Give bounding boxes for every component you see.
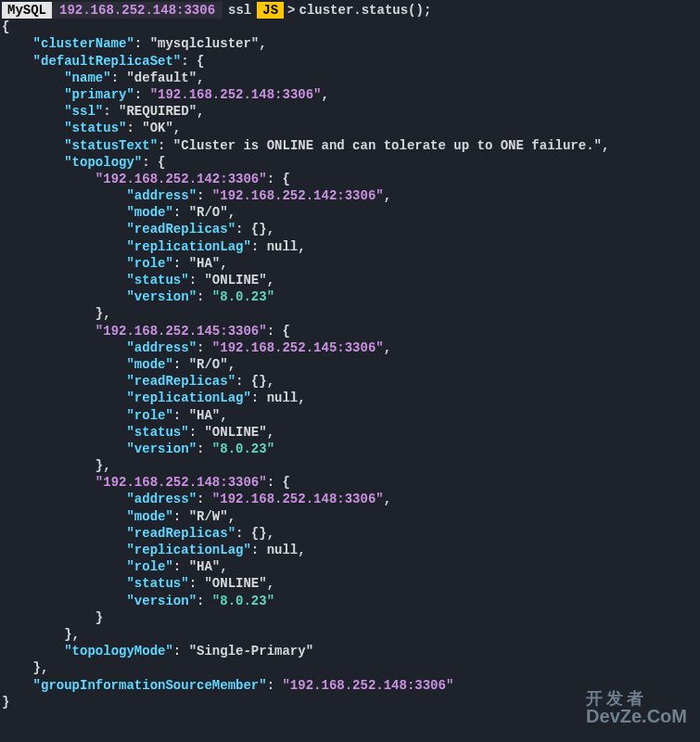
key-node1: "192.168.252.142:3306" bbox=[95, 172, 267, 186]
key-version: "version" bbox=[126, 441, 197, 456]
key-clustername: "clusterName" bbox=[33, 36, 134, 51]
val-status-online: "ONLINE" bbox=[204, 273, 266, 288]
command-text: cluster.status(); bbox=[299, 2, 431, 19]
key-statustext: "statusText" bbox=[64, 138, 158, 153]
key-version: "version" bbox=[126, 289, 197, 304]
val-node2-address: "192.168.252.145:3306" bbox=[212, 340, 384, 355]
key-status: "status" bbox=[64, 121, 126, 135]
key-topology: "topology" bbox=[64, 155, 142, 170]
mysql-badge: MySQL bbox=[2, 2, 52, 19]
val-null: null bbox=[267, 543, 299, 557]
val-node1-mode: "R/O" bbox=[189, 205, 228, 220]
val-null: null bbox=[267, 239, 299, 254]
val-clustername: "mysqlcluster" bbox=[150, 36, 260, 51]
key-address: "address" bbox=[126, 340, 197, 355]
key-node2: "192.168.252.145:3306" bbox=[95, 324, 267, 339]
key-readreplicas: "readReplicas" bbox=[126, 374, 235, 389]
key-address: "address" bbox=[126, 188, 197, 203]
key-readreplicas: "readReplicas" bbox=[126, 222, 235, 237]
val-name: "default" bbox=[126, 70, 197, 85]
key-status: "status" bbox=[126, 273, 188, 288]
key-readreplicas: "readReplicas" bbox=[126, 526, 235, 541]
val-version: "8.0.23" bbox=[212, 289, 274, 304]
shell-prompt[interactable]: MySQL 192.168.252.148:3306 ssl JS > clus… bbox=[2, 2, 698, 19]
json-output: { "clusterName": "mysqlcluster", "defaul… bbox=[2, 19, 698, 710]
val-statustext: "Cluster is ONLINE and can tolerate up t… bbox=[173, 138, 602, 153]
val-status-online: "ONLINE" bbox=[204, 576, 266, 591]
key-status: "status" bbox=[126, 576, 188, 591]
key-role: "role" bbox=[126, 408, 172, 423]
key-ssl: "ssl" bbox=[64, 104, 103, 119]
val-node3-address: "192.168.252.148:3306" bbox=[212, 492, 384, 506]
key-version: "version" bbox=[126, 594, 197, 608]
val-role: "HA" bbox=[189, 559, 221, 574]
val-version: "8.0.23" bbox=[212, 594, 274, 608]
key-status: "status" bbox=[126, 425, 188, 440]
key-mode: "mode" bbox=[126, 509, 172, 524]
key-groupinfo: "groupInformationSourceMember" bbox=[33, 678, 267, 693]
key-replicationlag: "replicationLag" bbox=[126, 239, 250, 254]
key-primary: "primary" bbox=[64, 87, 134, 102]
val-status: "OK" bbox=[142, 121, 173, 135]
val-role: "HA" bbox=[189, 408, 221, 423]
val-role: "HA" bbox=[189, 256, 221, 271]
key-mode: "mode" bbox=[126, 205, 172, 220]
val-node3-mode: "R/W" bbox=[189, 509, 228, 524]
key-role: "role" bbox=[126, 559, 172, 574]
prompt-caret: > bbox=[284, 2, 299, 19]
key-topologymode: "topologyMode" bbox=[64, 644, 173, 659]
key-mode: "mode" bbox=[126, 357, 172, 372]
val-primary: "192.168.252.148:3306" bbox=[150, 87, 322, 102]
key-replicationlag: "replicationLag" bbox=[126, 390, 250, 405]
val-ssl: "REQUIRED" bbox=[119, 104, 197, 119]
val-topologymode: "Single-Primary" bbox=[189, 644, 313, 659]
ssl-badge: ssl bbox=[223, 2, 257, 19]
val-node1-address: "192.168.252.142:3306" bbox=[212, 188, 384, 203]
key-node3: "192.168.252.148:3306" bbox=[95, 475, 267, 490]
key-defaultreplicaset: "defaultReplicaSet" bbox=[33, 54, 182, 69]
key-name: "name" bbox=[64, 70, 110, 85]
val-null: null bbox=[267, 390, 299, 405]
val-node2-mode: "R/O" bbox=[189, 357, 228, 372]
val-status-online: "ONLINE" bbox=[204, 425, 266, 440]
val-groupinfo: "192.168.252.148:3306" bbox=[282, 678, 453, 693]
js-badge: JS bbox=[257, 2, 284, 19]
host-badge: 192.168.252.148:3306 bbox=[52, 2, 223, 19]
val-version: "8.0.23" bbox=[212, 441, 274, 456]
key-role: "role" bbox=[126, 256, 172, 271]
key-address: "address" bbox=[126, 492, 197, 506]
key-replicationlag: "replicationLag" bbox=[126, 543, 250, 557]
